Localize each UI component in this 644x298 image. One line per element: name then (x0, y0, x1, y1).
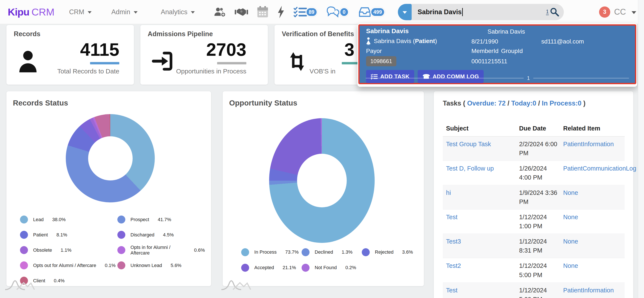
legend-item-declined[interactable]: Declined 1.3% (302, 248, 362, 256)
legend-label: Opts out for Alumni / Aftercare (33, 263, 96, 268)
task-subject-link[interactable]: Test2 (446, 261, 519, 279)
add-contact-button[interactable] (214, 7, 226, 17)
legend-item-discharged[interactable]: Discharged 4.5% (117, 231, 205, 239)
records-caption: Total Records to Date (58, 68, 119, 75)
legend-marker (302, 248, 310, 256)
task-related-link[interactable]: PatientInformation (563, 139, 625, 158)
table-row: Test2 1/12/2024 5:00 PM None (443, 258, 625, 282)
repeat-icon (286, 50, 308, 73)
sign-in-icon (152, 50, 174, 73)
result-page-number[interactable]: 1 (527, 75, 530, 81)
search-page-indicator[interactable]: 1 (546, 9, 549, 15)
search-submit-button[interactable] (550, 8, 559, 17)
task-subject-link[interactable]: hi (446, 188, 519, 206)
legend-item-lead[interactable]: Lead 38.0% (20, 216, 117, 223)
calendar-button[interactable] (257, 6, 268, 18)
legend-value: 1.3% (342, 249, 352, 255)
user-menu[interactable]: 3 CC (599, 7, 636, 18)
records-accent-bar (90, 62, 119, 64)
handshake-button[interactable] (235, 7, 248, 17)
records-total-value: 4115 (80, 41, 119, 59)
legend-marker (20, 261, 28, 269)
task-due-date: 1/26/2024 4:00 PM (519, 164, 563, 182)
legend-label: Unknown Lead (130, 263, 162, 268)
bolt-icon (277, 6, 284, 18)
task-related-link[interactable]: None (563, 237, 625, 255)
search-input[interactable]: Sabrina Davis (418, 8, 546, 16)
task-related-link[interactable]: PatientCommunicationLog (563, 164, 642, 182)
records-status-legend: Lead 38.0% Prospect 41.7% Patient 8.1% D… (20, 212, 205, 288)
tasks-overdue-link[interactable]: Overdue: 72 (467, 99, 506, 107)
quick-actions-button[interactable] (277, 6, 284, 18)
legend-item-accepted[interactable]: Accepted 21.1% (241, 264, 302, 272)
records-card: Records 4115 Total Records to Date (6, 25, 134, 85)
tasks-nav-button[interactable]: 89 (294, 7, 318, 17)
tasks-inprocess-link[interactable]: In Process:0 (542, 99, 582, 107)
legend-value: 1.1% (60, 247, 71, 253)
table-row: Test 1/12/2024 1:00 PM None (443, 210, 625, 234)
chat-nav-button[interactable]: 0 (326, 7, 349, 18)
inbox-nav-button[interactable]: 499 (358, 7, 385, 18)
task-related-link[interactable]: None (563, 261, 625, 279)
legend-item-rejected[interactable]: Rejected 3.6% (362, 248, 420, 256)
legend-item-in-process[interactable]: In Process 73.7% (241, 248, 302, 256)
menu-admin-label: Admin (111, 8, 130, 16)
text-cursor (462, 8, 463, 16)
legend-value: 0.4% (54, 278, 64, 283)
menu-crm[interactable]: CRM (69, 8, 92, 16)
legend-marker (20, 246, 28, 254)
legend-item-not-found[interactable]: Not Found 0.2% (302, 264, 362, 272)
legend-item-opts-in[interactable]: Opts in for Alumni / Aftercare 0.6% (117, 245, 205, 256)
vob-value: 3 (344, 41, 354, 59)
tasks-separator: / (536, 99, 542, 107)
top-nav: Kipu CRM CRM Admin Analytics (0, 0, 644, 24)
records-status-donut[interactable] (66, 114, 155, 202)
column-related-item: Related Item (563, 125, 625, 132)
opportunity-status-donut[interactable] (269, 118, 375, 243)
result-patient-row: Sabrina Davis (Patient) (366, 37, 437, 45)
result-email: sd111@aol.com (541, 38, 584, 45)
menu-admin[interactable]: Admin (111, 8, 138, 16)
admissions-accent-bar (217, 62, 246, 64)
table-row: Test 1/12/2024 5:00 PM PatientInformatio… (443, 283, 625, 298)
task-due-date: 1/9/2024 3:36 PM (519, 188, 563, 206)
menu-analytics[interactable]: Analytics (161, 8, 195, 16)
legend-label: Obsolete (33, 247, 52, 253)
legend-label: Discharged (130, 232, 154, 238)
task-list-icon (294, 7, 307, 17)
legend-label: Lead (33, 217, 44, 222)
app-logo[interactable]: Kipu CRM (8, 6, 54, 18)
payor-id-badge: 1098661 (366, 56, 396, 66)
task-related-link[interactable]: None (563, 188, 625, 206)
legend-label: Declined (315, 249, 333, 255)
task-subject-link[interactable]: Test Group Task (446, 139, 519, 158)
legend-item-unknown-lead[interactable]: Unknown Lead 5.6% (117, 261, 205, 269)
search-result-dropdown: Sabrina Davis Sabrina Davis Sabrina Davi… (358, 24, 637, 87)
inbox-count-badge: 499 (370, 7, 385, 17)
task-subject-link[interactable]: Test D, Follow up (446, 164, 519, 182)
legend-item-opts-out[interactable]: Opts out for Alumni / Aftercare 0.1% (20, 261, 117, 269)
task-related-link[interactable]: PatientInformation (563, 286, 625, 298)
result-name[interactable]: Sabrina Davis (366, 27, 409, 35)
tasks-table: Subject Due Date Related Item Test Group… (443, 121, 625, 298)
vob-card-title: Verification of Benefits (282, 30, 354, 38)
scrollbar-track[interactable] (638, 0, 644, 298)
task-related-link[interactable]: None (563, 213, 625, 231)
search-scope-dropdown[interactable] (398, 4, 412, 20)
legend-item-prospect[interactable]: Prospect 41.7% (117, 216, 205, 223)
divider (533, 78, 629, 78)
legend-label: Patient (33, 232, 48, 238)
search-result-card[interactable]: Sabrina Davis Sabrina Davis Sabrina Davi… (358, 24, 636, 84)
task-subject-link[interactable]: Test3 (446, 237, 519, 255)
table-row: Test3 1/12/2024 8:31 PM None (443, 234, 625, 258)
result-patient-name: Sabrina Davis (Patient) (374, 38, 437, 45)
legend-item-patient[interactable]: Patient 8.1% (20, 231, 117, 239)
logo-kipu: Kipu (8, 6, 29, 18)
task-subject-link[interactable]: Test (446, 286, 519, 298)
table-row: Test D, Follow up 1/26/2024 4:00 PM Pati… (443, 161, 625, 185)
tasks-today-link[interactable]: Today:0 (511, 99, 536, 107)
legend-marker (117, 231, 125, 239)
legend-item-obsolete[interactable]: Obsolete 1.1% (20, 246, 117, 254)
chevron-down-icon (402, 11, 407, 14)
task-subject-link[interactable]: Test (446, 213, 519, 231)
